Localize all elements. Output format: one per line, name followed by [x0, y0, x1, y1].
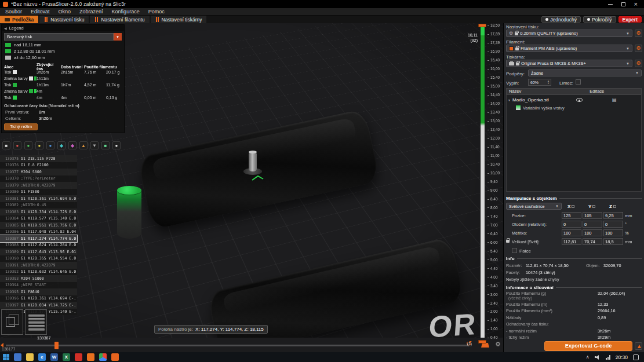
preview-option-icon[interactable]: ▼ [90, 141, 99, 149]
volume-icon[interactable] [595, 355, 601, 360]
color-swatch [13, 70, 17, 74]
brim-checkbox[interactable] [576, 79, 581, 85]
lock-icon [516, 63, 519, 65]
inches-checkbox[interactable] [512, 248, 517, 253]
layer-slider-top-handle[interactable] [478, 24, 486, 27]
tab-print-settings[interactable]: Nastavení tisku [39, 16, 89, 23]
preview-option-icon[interactable]: ■ [2, 141, 10, 149]
supports-select[interactable]: Žádné ▼ [528, 70, 642, 76]
menu-item[interactable]: Konfigurace [112, 9, 140, 14]
preview-option-icon[interactable]: ◆ [57, 141, 66, 149]
preview-option-icon[interactable]: ● [13, 141, 21, 149]
size-z-input[interactable] [603, 238, 623, 245]
stepper-arrows-icon[interactable]: ▲▼ [546, 79, 551, 85]
scale-y-input[interactable] [583, 229, 602, 236]
menu-item[interactable]: Pomoc [148, 9, 165, 14]
menu-item[interactable]: Okno [59, 9, 71, 14]
view-type-select[interactable]: Barevný tisk ▼ [4, 33, 122, 41]
export-gcode-button[interactable]: Exportovat G-code [544, 341, 632, 351]
gear-icon[interactable]: ⚙ [495, 341, 501, 348]
edit-print-profile-button[interactable]: ⚙ [635, 30, 642, 37]
collapse-icon[interactable]: ◀ [4, 26, 7, 30]
layer-slider-bottom-handle[interactable] [478, 340, 486, 343]
export-sd-icon[interactable] [635, 342, 642, 350]
sliced-info-row: - tichý režim 3h29m [506, 335, 642, 340]
preview-option-icon[interactable]: ▲ [79, 141, 88, 149]
taskbar-app-icon[interactable] [111, 353, 119, 361]
position-z-input[interactable] [603, 212, 623, 219]
menu-item[interactable]: Zobrazení [79, 9, 103, 14]
size-x-input[interactable] [562, 238, 581, 245]
coordinate-system-select[interactable]: Světové souřadnice ▼ [506, 203, 562, 210]
edit-printer-button[interactable]: ⚙ [635, 60, 642, 67]
stealth-mode-button[interactable]: Tichý režim [4, 123, 38, 130]
infill-stepper[interactable]: ▲▼ [528, 79, 551, 86]
close-icon[interactable]: × [634, 1, 638, 7]
infill-input[interactable] [529, 79, 547, 85]
network-icon[interactable] [606, 355, 610, 360]
preview-option-icon[interactable]: ● [112, 141, 121, 149]
preview-3d-viewport[interactable]: OR ◀ Legend Barevný tisk ▼ nad 18,11 mm … [0, 23, 503, 352]
taskbar-app-icon[interactable] [26, 353, 34, 361]
axis-y-icon[interactable] [592, 205, 595, 208]
position-x-input[interactable] [562, 212, 581, 219]
preview-option-icon[interactable]: ● [46, 141, 54, 149]
legend-filament-length-cell: 7,76 m [84, 70, 106, 74]
taskbar-clock[interactable]: 20:30 [616, 354, 628, 360]
rotation-y-input[interactable] [583, 221, 602, 228]
object-list-item[interactable]: ▾ Madlo_Operka.stl ▤ [507, 96, 641, 104]
preview-option-icon[interactable]: ◆ [68, 141, 77, 149]
object-sub-item[interactable]: Variabilní výška vrstvy [507, 104, 641, 111]
filament-select[interactable]: Filament PM ABS (upraveno) ▼ [506, 45, 632, 52]
menu-item[interactable]: Soubor [5, 9, 22, 14]
scale-x-input[interactable] [562, 229, 581, 236]
taskbar-app-icon[interactable] [99, 353, 107, 361]
rotation-x-input[interactable] [562, 221, 581, 228]
tab-printer-settings[interactable]: Nastavení tiskárny [151, 16, 207, 23]
bed-icon[interactable] [481, 343, 489, 348]
taskbar-app-icon[interactable]: e [38, 353, 46, 361]
tab-plater[interactable]: Podložka [0, 16, 38, 23]
axis-x-icon[interactable] [572, 205, 574, 208]
edit-object-icon[interactable]: ▤ [612, 97, 617, 103]
layers-view-thumbnail[interactable] [25, 309, 47, 335]
axis-z-header: Z [609, 204, 616, 209]
preview-option-icon[interactable]: ● [24, 141, 32, 149]
position-y-input[interactable] [583, 212, 602, 219]
sliced-info-value: 0,89 [598, 315, 642, 320]
taskbar-app-icon[interactable]: X [63, 353, 70, 361]
eye-icon[interactable] [576, 98, 583, 102]
editor-view-thumbnail[interactable] [1, 309, 23, 335]
mode-expert-button[interactable]: Expert [618, 16, 642, 23]
taskbar-app-icon[interactable]: W [50, 353, 58, 361]
edit-filament-button[interactable]: ⚙ [635, 45, 642, 52]
preview-option-icon[interactable]: ● [35, 141, 43, 149]
wipe-tower-cylinder[interactable] [117, 190, 141, 239]
move-slider-handle[interactable] [54, 342, 59, 349]
minimize-icon[interactable] [608, 4, 613, 5]
scale-z-input[interactable] [603, 229, 623, 236]
tab-filament-settings[interactable]: Nastavení filamentu [90, 16, 149, 23]
rotation-z-input[interactable] [603, 221, 623, 228]
move-slider-track[interactable] [6, 345, 470, 346]
preview-option-icon[interactable]: ■ [101, 141, 110, 149]
taskbar-app-icon[interactable] [75, 353, 82, 361]
menu-item[interactable]: Editovat [31, 9, 50, 14]
system-tray: ∧ 20:30 [586, 354, 641, 360]
printer-select[interactable]: Original Prusa i3 MK3S & MK3S+ ▼ [506, 60, 632, 67]
mode-advanced-button[interactable]: Pokročilý [583, 16, 616, 23]
taskbar-app-icon[interactable] [87, 353, 94, 361]
axis-z-icon[interactable] [613, 205, 616, 208]
print-profile-select[interactable]: ⚙ 0.20mm QUALITY (upraveno) ▼ [506, 30, 632, 37]
expand-caret-icon[interactable]: ▾ [508, 98, 510, 102]
maximize-icon[interactable] [621, 2, 625, 6]
start-menu-icon[interactable] [3, 354, 9, 360]
size-y-input[interactable] [583, 238, 602, 245]
mode-simple-button[interactable]: Jednoduchý [541, 16, 581, 23]
tray-expand-icon[interactable]: ∧ [586, 354, 590, 360]
taskbar-app-icon[interactable] [14, 353, 21, 361]
notification-center-icon[interactable] [633, 354, 639, 360]
layer-tick-label: 3,00 [487, 293, 500, 297]
gcode-line-number: 139396 [1, 296, 19, 301]
chevron-down-icon[interactable]: ▼ [114, 33, 122, 41]
